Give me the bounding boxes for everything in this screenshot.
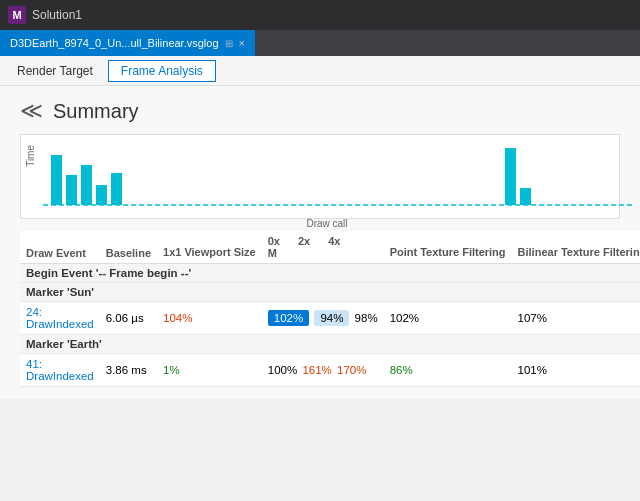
row1-v2: 102% [268,310,309,326]
pin-icon[interactable]: ⊞ [225,38,233,49]
chart-svg-container [43,143,611,216]
row2-v1: 1% [157,354,262,387]
group-header-sun: Marker 'Sun' [20,283,640,302]
file-tab[interactable]: D3DEarth_8974_0_Un...ull_Bilinear.vsglog… [0,30,255,56]
title-bar: M Solution1 [0,0,640,30]
render-target-button[interactable]: Render Target [4,60,106,82]
tab-label: D3DEarth_8974_0_Un...ull_Bilinear.vsglog [10,37,219,49]
row1-link[interactable]: 24: DrawIndexed [26,306,94,330]
msaa-4x-label: 4x [328,235,340,247]
close-icon[interactable]: × [239,37,245,49]
group-label-frame-begin: Begin Event '-- Frame begin --' [20,264,640,283]
vs-logo-icon: M [8,6,26,24]
row2-v3: 161% [302,364,331,376]
chart-area: Time Draw call [20,134,620,219]
bar [111,173,122,205]
table-wrapper: Draw Event Baseline 1x1 Viewport Size 0x… [20,231,620,387]
col-header-point-texture: Point Texture Filtering [384,231,512,264]
col-header-draw-event: Draw Event [20,231,100,264]
msaa-0x-label: 0x [268,235,280,247]
summary-header: ≪ Summary [20,98,620,124]
row1-v5: 102% [384,302,512,335]
col-header-baseline: Baseline [100,231,157,264]
tab-bar: D3DEarth_8974_0_Un...ull_Bilinear.vsglog… [0,30,640,56]
row2-baseline: 3.86 ms [100,354,157,387]
data-table: Draw Event Baseline 1x1 Viewport Size 0x… [20,231,640,387]
bar [81,165,92,205]
summary-title: Summary [53,100,139,123]
table-row: 24: DrawIndexed 6.06 µs 104% 102% 94% 98… [20,302,640,335]
bar [96,185,107,205]
group-label-earth: Marker 'Earth' [20,335,640,354]
row2-v4: 170% [337,364,366,376]
col-header-viewport: 1x1 Viewport Size [157,231,262,264]
group-label-sun: Marker 'Sun' [20,283,640,302]
row1-v3: 94% [314,310,349,326]
bar [520,188,531,205]
chart-svg [43,143,633,213]
row2-id: 41: DrawIndexed [20,354,100,387]
y-axis-label: Time [25,145,36,167]
toolbar: Render Target Frame Analysis [0,56,640,86]
row2-link[interactable]: 41: DrawIndexed [26,358,94,382]
row2-v2v3v4: 100% 161% 170% [262,354,384,387]
x-axis-label: Draw call [43,218,611,229]
row1-id: 24: DrawIndexed [20,302,100,335]
col-header-bilinear-texture: Bilinear Texture Filtering [512,231,640,264]
group-header-frame-begin: Begin Event '-- Frame begin --' [20,264,640,283]
bar [505,148,516,205]
frame-analysis-button[interactable]: Frame Analysis [108,60,216,82]
table-header-row: Draw Event Baseline 1x1 Viewport Size 0x… [20,231,640,264]
group-header-earth: Marker 'Earth' [20,335,640,354]
row1-v6: 107% [512,302,640,335]
svg-text:M: M [12,9,21,21]
bar [51,155,62,205]
row2-v6: 101% [512,354,640,387]
row1-v2v3v4: 102% 94% 98% [262,302,384,335]
row1-v1: 104% [157,302,262,335]
row1-baseline: 6.06 µs [100,302,157,335]
app-title: Solution1 [32,8,82,22]
msaa-m-label: M [268,247,277,259]
row1-v4: 98% [355,312,378,324]
msaa-2x-label: 2x [298,235,310,247]
main-content: ≪ Summary Time Draw call [0,86,640,399]
table-row: 41: DrawIndexed 3.86 ms 1% 100% 161% 170… [20,354,640,387]
bar [66,175,77,205]
collapse-icon[interactable]: ≪ [20,98,43,124]
row2-v2: 100% [268,364,297,376]
col-header-msaa: 0x 2x 4x M [262,231,384,264]
row2-v5: 86% [384,354,512,387]
